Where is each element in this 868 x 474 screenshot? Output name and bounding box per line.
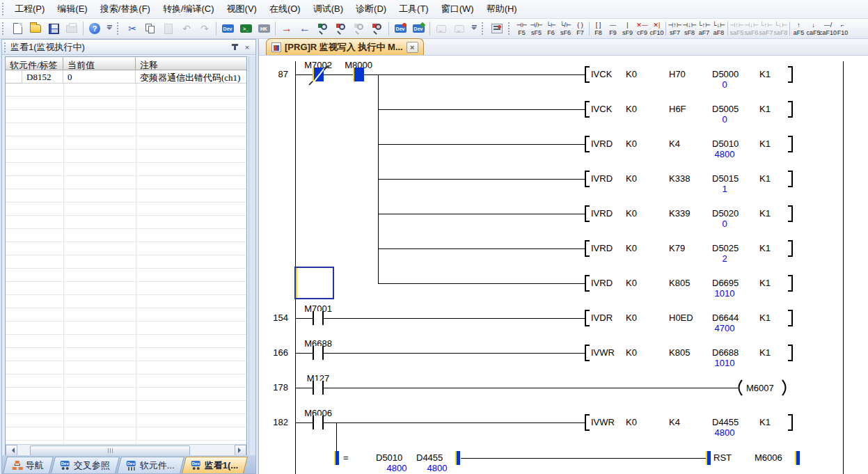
toolbar-grip[interactable] <box>482 22 485 35</box>
ladder-symbol-f5-button[interactable]: ⊣⊢F5 <box>514 19 529 38</box>
ladder-symbol-saf6-button[interactable]: ⊣↓⊢saF6 <box>744 19 759 38</box>
help-button[interactable]: ? <box>86 20 103 37</box>
ladder-symbol-sf8-button[interactable]: ⊣↓⊢sF8 <box>682 19 697 38</box>
ladder-symbol-af7-button[interactable]: └↑⊢aF7 <box>697 19 711 38</box>
ladder-symbol-sf5-button[interactable]: ⊣/⊢sF5 <box>529 19 544 38</box>
menu-project[interactable]: 工程(P) <box>8 0 51 18</box>
column-header-device[interactable]: 软元件/标签 <box>6 57 63 70</box>
instruction-ivrd-3[interactable]: IVRDK0K339D5020K10 <box>585 206 798 230</box>
ladder-symbol-f7-button[interactable]: ( )F7 <box>573 19 587 38</box>
ladder-symbol-saf5-button[interactable]: ⊣↑⊢saF5 <box>729 19 744 38</box>
new-project-button[interactable] <box>9 20 26 37</box>
compare-operator[interactable]: = <box>343 452 349 463</box>
write-to-plc-button[interactable]: → <box>278 20 295 37</box>
ladder-symbol-f8-button[interactable]: [ ]F8 <box>591 19 606 38</box>
instruction-ivrd-5[interactable]: IVRDK0K805D6695K11010 <box>585 276 798 299</box>
scroll-right-button[interactable] <box>235 445 246 456</box>
toolbar-grip[interactable] <box>2 22 6 35</box>
column-header-comment[interactable]: 注释 <box>136 57 247 70</box>
toolbar-overflow-button[interactable] <box>470 20 478 37</box>
row-selector[interactable] <box>6 70 22 84</box>
ladder-canvas[interactable]: 87 154 166 178 182 M7002 M8000 M7001 M66… <box>259 56 868 474</box>
undo-button[interactable]: ↶ <box>178 20 195 37</box>
tab-close-button[interactable]: × <box>407 42 418 53</box>
paste-button[interactable] <box>160 20 177 37</box>
menu-online[interactable]: 在线(O) <box>263 0 307 18</box>
monitor-pause-button[interactable] <box>351 20 368 37</box>
panel-grip[interactable] <box>4 42 8 52</box>
ladder-symbol-saf8-button[interactable]: └↓⊢saF8 <box>773 19 788 38</box>
device-terminal-button[interactable]: >_ <box>237 20 254 37</box>
scroll-left-button[interactable] <box>6 445 17 456</box>
device-monitor-button[interactable]: Dev <box>392 20 409 37</box>
document-tab-prg[interactable]: [PRG]R 监视写入 执行中 M... × <box>266 38 424 55</box>
ladder-monitor-button[interactable] <box>489 20 505 37</box>
instruction-ivdr[interactable]: IVDRK0H0EDD6644K14700 <box>585 310 798 334</box>
instruction-ivrd-4[interactable]: IVRDK0K79D5025K12 <box>585 241 798 264</box>
column-header-value[interactable]: 当前值 <box>63 57 136 70</box>
menu-window[interactable]: 窗口(W) <box>435 0 480 18</box>
watch-cell-device[interactable]: D8152 <box>22 70 63 84</box>
contact-m127[interactable] <box>313 381 324 395</box>
device-test-button[interactable]: Dev <box>410 20 427 37</box>
watch-empty-grid[interactable] <box>6 84 246 444</box>
coil-m6007[interactable]: M6007 <box>746 383 774 393</box>
menu-convert-compile[interactable]: 转换/编译(C) <box>157 0 221 18</box>
redo-button[interactable]: ↷ <box>196 20 213 37</box>
tab-navigation[interactable]: 导航 <box>3 457 54 473</box>
ladder-symbol-caf10-button[interactable]: —/caF10 <box>821 19 835 38</box>
cut-button[interactable]: ✂ <box>124 20 141 37</box>
watch-cell-comment[interactable]: 变频器通信出错代码(ch1) <box>136 70 247 84</box>
print-button[interactable] <box>63 20 80 37</box>
monitor-stop-button[interactable] <box>333 20 349 37</box>
ladder-symbol-sf9-button[interactable]: |sF9 <box>620 19 635 38</box>
tab-cross-reference[interactable]: Dev 交叉参照 <box>51 457 120 473</box>
device-display-button[interactable]: Dev <box>219 20 236 37</box>
rst-mnemonic[interactable]: RST <box>713 452 732 463</box>
instruction-ivrd-1[interactable]: IVRDK0K4D5010K14800 <box>585 136 798 160</box>
monitor-start-button[interactable] <box>315 20 331 37</box>
tab-watch1[interactable]: Dev 监看1(... <box>182 457 248 473</box>
instruction-ivwr-1[interactable]: IVWRK0K805D6688K11010 <box>585 345 798 369</box>
menu-help[interactable]: 帮助(H) <box>480 0 523 18</box>
menu-diagnostics[interactable]: 诊断(D) <box>349 0 393 18</box>
comment-button[interactable] <box>433 20 450 37</box>
ladder-symbol-f6-button[interactable]: └⊢F6 <box>544 19 558 38</box>
menu-grip[interactable] <box>2 3 6 15</box>
contact-m7001[interactable] <box>313 311 324 325</box>
ladder-symbol-saf7-button[interactable]: └↑⊢saF7 <box>759 19 773 38</box>
tab-device-memory[interactable]: Dev 软元件... <box>117 457 184 473</box>
ladder-symbol-sf6-button[interactable]: └/⊢sF6 <box>558 19 573 38</box>
toolbar-overflow-button[interactable] <box>105 20 113 37</box>
toolbar-grip[interactable] <box>508 22 512 35</box>
read-from-plc-button[interactable]: ← <box>297 20 313 37</box>
menu-find-replace[interactable]: 搜索/替换(F) <box>94 0 157 18</box>
instruction-ivwr-2[interactable]: IVWRK0K4D4455K14800 <box>585 415 798 439</box>
ladder-symbol-cf9-button[interactable]: ✕—cF9 <box>635 19 649 38</box>
copy-button[interactable] <box>142 20 159 37</box>
instruction-ivck-2[interactable]: IVCKK0H6FD5005K10 <box>585 102 798 125</box>
contact-m6006[interactable] <box>313 416 324 429</box>
monitor-mode-button[interactable] <box>369 20 386 37</box>
open-project-button[interactable] <box>27 20 44 37</box>
menu-tools[interactable]: 工具(T) <box>393 0 435 18</box>
menu-edit[interactable]: 编辑(E) <box>51 0 93 18</box>
ladder-symbol-cf10-button[interactable]: ✕|cF10 <box>649 19 664 38</box>
contact-m8000-no-on[interactable] <box>353 68 364 81</box>
statement-button[interactable] <box>451 20 468 37</box>
ladder-symbol-af8-button[interactable]: └↓⊢aF8 <box>711 19 726 38</box>
instruction-ivck-1[interactable]: IVCKK0H70D5000K10 <box>585 67 798 90</box>
instruction-ivrd-2[interactable]: IVRDK0K338D5015K11 <box>585 171 798 195</box>
ladder-symbol-caf5-button[interactable]: ↓caF5 <box>806 19 821 38</box>
toolbar-grip[interactable] <box>117 22 120 35</box>
menu-debug[interactable]: 调试(B) <box>307 0 349 18</box>
pin-button[interactable] <box>229 42 240 52</box>
contact-m7002-nc-on[interactable] <box>313 68 324 81</box>
watch-cell-value[interactable]: 0 <box>63 70 136 84</box>
scroll-thumb[interactable] <box>30 445 190 456</box>
ladder-symbol-f10-button[interactable]: ⌐F10 <box>835 19 850 38</box>
contact-m6688[interactable] <box>313 346 324 360</box>
ladder-symbol-f9-button[interactable]: —F9 <box>606 19 620 38</box>
scroll-track[interactable] <box>17 445 235 456</box>
menu-view[interactable]: 视图(V) <box>221 0 263 18</box>
